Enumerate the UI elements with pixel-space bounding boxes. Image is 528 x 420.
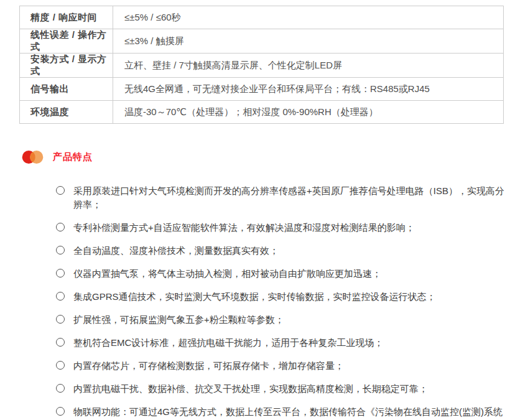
feature-text: 扩展性强，可拓展监测气象五参+粉尘颗粒等参数； [73, 313, 284, 327]
feature-text: 集成GPRS通信技术，实时监测大气环境数据，实时传输数据，实时监控设备运行状态； [73, 290, 436, 304]
spec-table: 精度 / 响应时间 ≤±5% / ≤60秒 线性误差 / 操作方式 ≤±3% /… [19, 6, 504, 124]
list-item: 物联网功能：可通过4G等无线方式，数据上传至云平台，数据传输符合《污染物在线自动… [56, 405, 510, 420]
spec-label: 环境温度 [20, 101, 113, 124]
list-item: 专利补偿测量方式+自适应智能软件算法，有效解决温度和湿度对检测结果的影响； [56, 221, 510, 235]
spec-value: 无线4G全网通，可无缝对接企业平台和环保局平台；有线：RS485或RJ45 [113, 78, 504, 101]
spec-label: 线性误差 / 操作方式 [20, 29, 113, 54]
table-row: 精度 / 响应时间 ≤±5% / ≤60秒 [20, 6, 504, 29]
circle-bullet-icon [56, 315, 65, 324]
circle-bullet-icon [56, 361, 65, 370]
circle-bullet-icon [56, 292, 65, 301]
circle-bullet-icon [56, 384, 65, 393]
circle-bullet-icon [56, 186, 65, 195]
feature-text: 全自动温度、湿度补偿技术，测量数据真实有效； [73, 244, 279, 258]
list-item: 内置存储芯片，可存储检测数据，可拓展存储卡，增加存储容量； [56, 359, 510, 373]
spec-value: 立杆、壁挂 / 7寸触摸高清显示屏、个性化定制LED屏 [113, 54, 504, 78]
spec-value: 温度-30～70℃（处理器）；相对湿度 0%-90%RH（处理器） [113, 101, 504, 124]
spec-value: ≤±5% / ≤60秒 [113, 6, 504, 29]
section-title: 产品特点 [53, 151, 93, 163]
overlapping-circles-icon [22, 151, 44, 164]
circle-bullet-icon [56, 246, 65, 254]
circle-bullet-icon [56, 269, 65, 278]
table-row: 线性误差 / 操作方式 ≤±3% / 触摸屏 [20, 29, 504, 54]
table-row: 环境温度 温度-30～70℃（处理器）；相对湿度 0%-90%RH（处理器） [20, 101, 504, 124]
table-row: 信号输出 无线4G全网通，可无缝对接企业平台和环保局平台；有线：RS485或RJ… [20, 78, 504, 101]
feature-text: 整机符合EMC设计标准，超强抗电磁干扰能力，适用于各种复杂工业现场； [73, 336, 383, 350]
spec-label: 精度 / 响应时间 [20, 6, 113, 29]
list-item: 仪器内置抽气泵，将气体主动抽入检测，相对被动自由扩散响应更加迅速； [56, 267, 510, 281]
feature-text: 物联网功能：可通过4G等无线方式，数据上传至云平台，数据传输符合《污染物在线自动… [73, 405, 510, 420]
circle-bullet-icon [56, 338, 65, 347]
product-spec-page: 精度 / 响应时间 ≤±5% / ≤60秒 线性误差 / 操作方式 ≤±3% /… [0, 0, 528, 420]
list-item: 内置抗电磁干扰、数据补偿、抗交叉干扰处理，实现数据高精度检测，长期稳定可靠； [56, 382, 510, 396]
table-row: 安装方式 / 显示方式 立杆、壁挂 / 7寸触摸高清显示屏、个性化定制LED屏 [20, 54, 504, 78]
list-item: 集成GPRS通信技术，实时监测大气环境数据，实时传输数据，实时监控设备运行状态； [56, 290, 510, 304]
list-item: 采用原装进口针对大气环境检测而开发的高分辨率传感器+英国原厂推荐信号处理电路（I… [56, 184, 510, 212]
list-item: 扩展性强，可拓展监测气象五参+粉尘颗粒等参数； [56, 313, 510, 327]
circle-bullet-icon [56, 223, 65, 231]
feature-text: 内置存储芯片，可存储检测数据，可拓展存储卡，增加存储容量； [73, 359, 344, 373]
circle-bullet-icon [56, 407, 65, 416]
spec-label: 安装方式 / 显示方式 [20, 54, 113, 78]
spec-label: 信号输出 [20, 78, 113, 101]
feature-list: 采用原装进口针对大气环境检测而开发的高分辨率传感器+英国原厂推荐信号处理电路（I… [56, 184, 510, 420]
section-header: 产品特点 [22, 151, 93, 164]
feature-text: 专利补偿测量方式+自适应智能软件算法，有效解决温度和湿度对检测结果的影响； [73, 221, 415, 235]
spec-value: ≤±3% / 触摸屏 [113, 29, 504, 54]
feature-text: 仪器内置抽气泵，将气体主动抽入检测，相对被动自由扩散响应更加迅速； [73, 267, 381, 281]
list-item: 全自动温度、湿度补偿技术，测量数据真实有效； [56, 244, 510, 258]
feature-text: 采用原装进口针对大气环境检测而开发的高分辨率传感器+英国原厂推荐信号处理电路（I… [73, 184, 510, 212]
feature-text: 内置抗电磁干扰、数据补偿、抗交叉干扰处理，实现数据高精度检测，长期稳定可靠； [73, 382, 428, 396]
list-item: 整机符合EMC设计标准，超强抗电磁干扰能力，适用于各种复杂工业现场； [56, 336, 510, 350]
